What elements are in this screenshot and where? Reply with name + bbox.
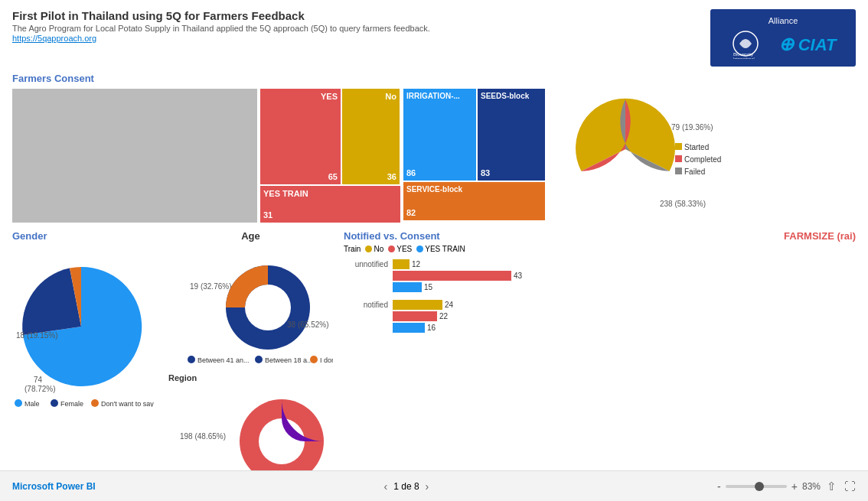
treemap-yes-train: YES TRAIN 31 [260,186,400,223]
bioversity-logo: Bioversity International [730,28,772,60]
zoom-percent: 83% [802,481,821,492]
next-page-button[interactable]: › [426,480,429,493]
age-title: Age [168,230,333,242]
svg-text:19 (32.76%): 19 (32.76%) [190,282,231,291]
svg-rect-10 [675,168,682,174]
svg-point-15 [15,399,22,407]
bar-unnotified-no [393,259,410,269]
gender-section: Gender 18 (19.15%) 74 (78.72%) [12,230,158,409]
region-title: Region [168,373,333,382]
svg-point-17 [51,399,58,407]
bar-unnotified-yes [393,271,511,281]
svg-text:238 (58.33%): 238 (58.33%) [660,200,706,208]
bar-notified-no [393,300,442,310]
svg-point-25 [188,356,195,363]
svg-text:38 (65.52%): 38 (65.52%) [287,320,328,329]
treemap-seeds: SEEDS-block 83 [478,89,545,181]
ciat-logo: ⊕ CIAT [778,34,837,55]
header: First Pilot in Thailand using 5Q for Far… [12,9,856,67]
svg-text:Between 41 an...: Between 41 an... [197,356,250,364]
page-indicator: 1 de 8 [393,481,419,492]
svg-rect-6 [675,143,682,150]
unnotified-group: unnotified 12 43 [344,259,543,292]
bar-unnotified-yesTrain-val: 15 [424,283,432,291]
unnotified-label: unnotified [344,260,388,268]
treemap-gray-block [12,89,257,223]
farmsize-title: FARMSIZE (rai) [553,230,856,242]
svg-text:Female: Female [60,400,83,407]
bar-unnotified-yes-val: 43 [514,272,522,280]
alliance-logo: Alliance Bioversity International ⊕ CIAT [710,9,856,67]
bar-notified-yes-val: 22 [439,312,448,320]
status-pie-section: 79 (19.36%) 91 (22.3%) 238 (58.33%) Star… [553,73,729,216]
zoom-minus-button[interactable]: - [717,480,721,493]
age-region-section: Age 19 (32.76%) 38 (65.52%) Between 41 a… [168,230,333,470]
svg-text:Failed: Failed [684,168,705,176]
svg-text:(78.72%): (78.72%) [24,385,56,393]
farmers-consent-section: Farmers Consent YES 65 No [12,73,545,223]
farmsize-section: FARMSIZE (rai) [553,230,856,242]
main-container: First Pilot in Thailand using 5Q for Far… [0,0,868,501]
powerbi-link[interactable]: Microsoft Power BI [12,481,96,492]
bar-notified-yesTrain [393,323,425,333]
no-dot: No [365,245,383,253]
svg-rect-8 [675,155,682,162]
bar-unnotified-no-val: 12 [412,260,420,268]
yes-dot: YES [388,245,412,253]
notified-label: notified [344,301,388,309]
treemap-no: No 36 [342,89,400,184]
svg-point-23 [245,285,291,330]
age-donut-chart: 19 (32.76%) 38 (65.52%) Between 41 an...… [168,245,333,371]
svg-text:18 (19.15%): 18 (19.15%) [16,331,57,340]
bottom-bar: Microsoft Power BI ‹ 1 de 8 › - + 83% ⇧ … [0,470,868,501]
svg-point-33 [259,418,305,464]
treemap-yes: YES 65 [260,89,341,184]
fullscreen-icon[interactable]: ⛶ [844,480,856,493]
zoom-plus-button[interactable]: + [791,480,798,493]
svg-text:Started: Started [684,143,709,151]
svg-point-29 [310,356,318,363]
svg-text:Completed: Completed [684,155,721,164]
notified-section: Notified vs. Consent Train No YES YES TR… [344,230,543,333]
notified-title: Notified vs. Consent [344,230,543,242]
svg-text:74: 74 [34,376,43,384]
svg-text:I don't know/...: I don't know/... [320,356,333,364]
svg-point-27 [255,356,263,363]
svg-point-19 [91,399,99,407]
alliance-title: Alliance [768,16,798,25]
share-icon[interactable]: ⇧ [827,480,837,493]
gender-pie-chart: 18 (19.15%) 74 (78.72%) Male Female Don'… [12,246,158,407]
header-text: First Pilot in Thailand using 5Q for Far… [12,9,710,44]
prev-page-button[interactable]: ‹ [384,480,388,493]
page-title: First Pilot in Thailand using 5Q for Far… [12,9,710,22]
svg-point-39 [365,246,372,252]
content-area: First Pilot in Thailand using 5Q for Far… [0,0,868,470]
zoom-slider[interactable] [726,485,787,488]
svg-text:International: International [733,57,755,59]
zoom-thumb [755,482,764,491]
header-link[interactable]: https://5qapproach.org [12,34,96,43]
svg-text:Male: Male [24,400,40,407]
svg-point-41 [416,246,423,252]
zoom-controls: - + 83% [717,480,821,493]
gender-title: Gender [12,230,158,242]
bar-notified-yes [393,311,437,321]
svg-text:Don't want to say: Don't want to say [101,400,154,407]
treemap-irrigation: IRRIGATION-... 86 [403,89,476,181]
yes-train-dot: YES TRAIN [416,245,465,253]
bar-notified-no-val: 24 [445,301,453,309]
bar-unnotified-yesTrain [393,282,422,292]
pagination: ‹ 1 de 8 › [384,480,429,493]
status-pie-chart: 79 (19.36%) 91 (22.3%) 238 (58.33%) Star… [553,73,721,214]
svg-text:79 (19.36%): 79 (19.36%) [671,123,713,132]
alliance-logos-row: Bioversity International ⊕ CIAT [730,28,837,60]
notified-group: notified 24 22 [344,300,543,333]
header-description: The Agro Program for Local Potato Supply… [12,24,710,33]
farmers-consent-title: Farmers Consent [12,73,545,84]
svg-text:198 (48.65%): 198 (48.65%) [180,432,226,441]
bar-notified-yesTrain-val: 16 [427,324,436,332]
region-donut-chart: 198 (48.65%) 209 (51.35%) Wiang Pa Pao T… [168,384,333,470]
notified-legend: Train No YES YES TRAIN [344,245,543,253]
svg-point-40 [388,246,395,252]
treemap-service: SERVICE-block 82 [403,182,545,220]
